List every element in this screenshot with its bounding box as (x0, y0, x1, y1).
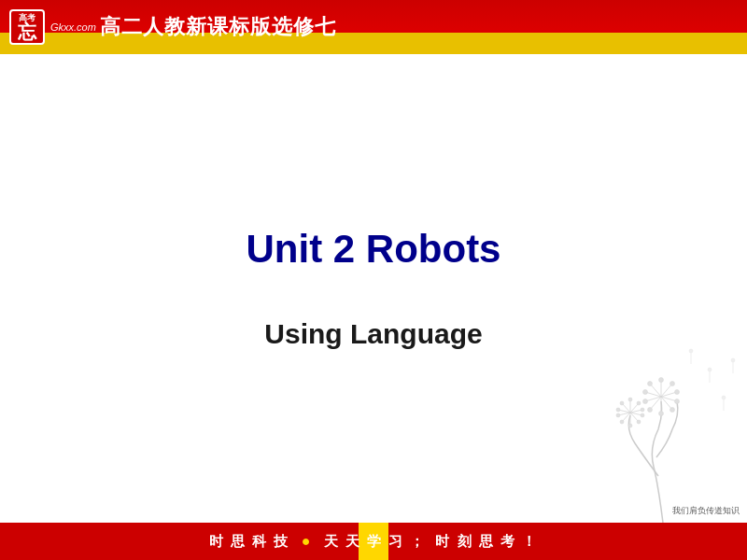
header-title: 高二人教新课标版选修七 (100, 13, 336, 41)
footer-dot: ● (302, 533, 313, 549)
footer-bar: 时 思 科 技 ● 天 天 学 习 ； 时 刻 思 考 ！ (0, 523, 747, 560)
logo-area: 高考 忘 Gkxx.com (9, 9, 96, 45)
footer-right: 时 刻 思 考 ！ (435, 533, 538, 549)
unit-title: Unit 2 Robots (247, 227, 501, 272)
header-bar: 高考 忘 Gkxx.com 高二人教新课标版选修七 (0, 0, 747, 54)
logo-box: 高考 忘 (9, 9, 45, 45)
footer-text: 时 思 科 技 ● 天 天 学 习 ； 时 刻 思 考 ！ (209, 533, 538, 551)
logo-kanji: 忘 (18, 22, 36, 41)
watermark-text: 我们肩负传道知识 (672, 505, 740, 517)
logo-url: Gkxx.com (50, 21, 96, 33)
footer-left: 时 思 科 技 (209, 533, 290, 549)
main-content: Unit 2 Robots Using Language (0, 54, 747, 523)
subtitle: Using Language (264, 318, 482, 350)
footer-middle: 天 天 学 习 ； (324, 533, 427, 549)
